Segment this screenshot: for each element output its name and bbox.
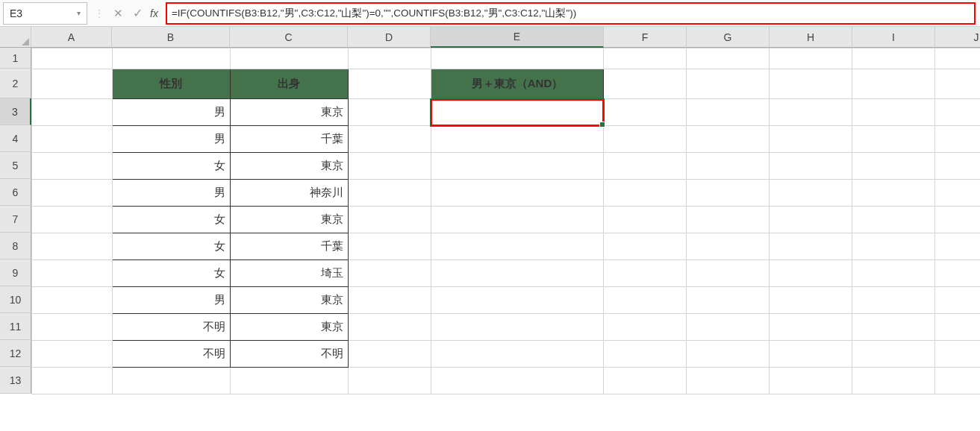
cell[interactable] — [770, 260, 852, 287]
cell-origin[interactable]: 不明 — [230, 341, 348, 368]
cell[interactable] — [348, 314, 431, 341]
cell[interactable] — [604, 260, 687, 287]
cell-origin[interactable]: 東京 — [230, 207, 348, 233]
cell[interactable] — [604, 48, 687, 69]
cell[interactable] — [770, 207, 852, 233]
cell[interactable] — [770, 153, 852, 180]
cell[interactable] — [431, 126, 604, 153]
enter-button[interactable]: ✓ — [128, 3, 147, 24]
row-header[interactable]: 12 — [0, 340, 31, 367]
formula-input[interactable]: =IF(COUNTIFS(B3:B12,"男",C3:C12,"山梨")=0,"… — [166, 2, 976, 25]
cell[interactable] — [32, 207, 113, 233]
col-header[interactable]: I — [852, 27, 935, 48]
cell[interactable] — [32, 341, 113, 368]
cell[interactable] — [687, 153, 770, 180]
cell[interactable] — [32, 368, 113, 394]
cell[interactable] — [935, 207, 980, 233]
cell-origin[interactable]: 千葉 — [230, 126, 348, 153]
name-box[interactable]: E3 ▾ — [3, 2, 87, 25]
cell-sex[interactable]: 男 — [112, 287, 230, 314]
cell[interactable] — [935, 126, 980, 153]
cell[interactable] — [348, 153, 431, 180]
selected-cell[interactable] — [431, 99, 604, 126]
col-header[interactable]: D — [348, 27, 431, 48]
cell[interactable] — [32, 99, 113, 126]
cell[interactable] — [852, 69, 935, 99]
cell[interactable] — [604, 287, 687, 314]
cell[interactable] — [770, 368, 852, 394]
cell-sex[interactable]: 女 — [112, 207, 230, 233]
cell[interactable] — [32, 260, 113, 287]
cell[interactable] — [852, 99, 935, 126]
cell[interactable] — [852, 126, 935, 153]
cell-origin[interactable]: 東京 — [230, 287, 348, 314]
cell[interactable] — [348, 180, 431, 207]
cell[interactable] — [431, 153, 604, 180]
cell[interactable] — [687, 314, 770, 341]
cell[interactable] — [935, 233, 980, 260]
col-header[interactable]: F — [604, 27, 687, 48]
cell-origin[interactable]: 東京 — [230, 153, 348, 180]
cell[interactable] — [431, 341, 604, 368]
fx-icon[interactable]: fx — [147, 7, 166, 19]
cell[interactable] — [431, 233, 604, 260]
col-header[interactable]: E — [431, 27, 604, 48]
cell[interactable] — [348, 287, 431, 314]
cell-origin[interactable]: 神奈川 — [230, 180, 348, 207]
cell[interactable] — [770, 233, 852, 260]
cell[interactable] — [604, 153, 687, 180]
cell[interactable] — [935, 69, 980, 99]
cell[interactable] — [348, 260, 431, 287]
col-header[interactable]: A — [31, 27, 112, 48]
cell[interactable] — [604, 126, 687, 153]
cell[interactable] — [348, 126, 431, 153]
cell[interactable] — [348, 99, 431, 126]
row-header[interactable]: 5 — [0, 152, 31, 179]
row-header[interactable]: 3 — [0, 98, 31, 125]
cell[interactable] — [348, 48, 431, 69]
cell[interactable] — [687, 341, 770, 368]
row-header[interactable]: 4 — [0, 125, 31, 152]
cell[interactable] — [230, 48, 348, 69]
cell-sex[interactable]: 男 — [112, 126, 230, 153]
cell[interactable] — [852, 368, 935, 394]
cell[interactable] — [770, 69, 852, 99]
cell[interactable] — [348, 368, 431, 394]
cell[interactable] — [32, 314, 113, 341]
cell[interactable] — [935, 287, 980, 314]
cell[interactable] — [32, 48, 113, 69]
cell[interactable] — [770, 341, 852, 368]
row-header[interactable]: 1 — [0, 48, 31, 69]
name-box-dropdown-icon[interactable]: ▾ — [77, 9, 81, 17]
cell-origin[interactable]: 東京 — [230, 99, 348, 126]
cell[interactable] — [935, 99, 980, 126]
cell[interactable] — [32, 287, 113, 314]
cell[interactable] — [770, 314, 852, 341]
cell[interactable] — [935, 341, 980, 368]
cell[interactable] — [230, 368, 348, 394]
cell[interactable] — [770, 180, 852, 207]
cell[interactable] — [935, 368, 980, 394]
select-all-corner[interactable] — [0, 27, 31, 48]
cell[interactable] — [852, 180, 935, 207]
row-header[interactable]: 9 — [0, 259, 31, 286]
row-header[interactable]: 6 — [0, 179, 31, 206]
row-header[interactable]: 11 — [0, 313, 31, 340]
cancel-button[interactable]: ✕ — [108, 3, 128, 24]
cell[interactable] — [852, 260, 935, 287]
result-header[interactable]: 男＋東京（AND） — [431, 69, 604, 99]
cell[interactable] — [687, 368, 770, 394]
row-header[interactable]: 13 — [0, 367, 31, 394]
cell[interactable] — [770, 126, 852, 153]
table-header-origin[interactable]: 出身 — [230, 69, 348, 99]
cell[interactable] — [431, 207, 604, 233]
cell[interactable] — [770, 287, 852, 314]
cell[interactable] — [852, 314, 935, 341]
cell[interactable] — [687, 233, 770, 260]
cell[interactable] — [32, 126, 113, 153]
cell[interactable] — [935, 260, 980, 287]
cell-origin[interactable]: 埼玉 — [230, 260, 348, 287]
cell-sex[interactable]: 男 — [112, 180, 230, 207]
row-header[interactable]: 10 — [0, 286, 31, 313]
cell[interactable] — [604, 341, 687, 368]
